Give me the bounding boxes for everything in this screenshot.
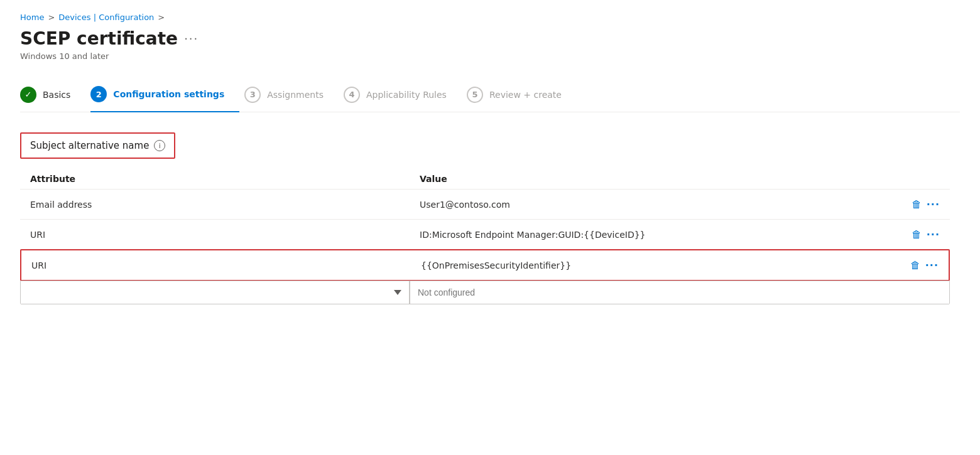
table-row: URI ID:Microsoft Endpoint Manager:GUID:{… bbox=[20, 220, 950, 250]
step-basics-circle: ✓ bbox=[20, 87, 36, 103]
step-basics-label: Basics bbox=[43, 90, 70, 100]
step-assignments-circle: 3 bbox=[244, 87, 261, 103]
breadcrumb-sep2: > bbox=[158, 13, 165, 22]
step-assignments-label: Assignments bbox=[267, 90, 324, 100]
row3-attribute: URI bbox=[31, 260, 421, 270]
page-container: Home > Devices | Configuration > SCEP ce… bbox=[0, 0, 980, 455]
step-configuration-circle: 2 bbox=[90, 86, 107, 102]
row3-actions: 🗑 ··· bbox=[898, 259, 949, 271]
step-configuration[interactable]: 2 Configuration settings bbox=[90, 78, 239, 112]
add-row: Email address URI User principal name bbox=[20, 281, 950, 304]
row2-delete-icon[interactable]: 🗑 bbox=[912, 228, 922, 240]
table-row: Email address User1@contoso.com 🗑 ··· bbox=[20, 190, 950, 220]
step-review-label: Review + create bbox=[489, 90, 562, 100]
step-basics[interactable]: ✓ Basics bbox=[20, 79, 85, 112]
breadcrumb: Home > Devices | Configuration > bbox=[20, 13, 960, 22]
section-title: Subject alternative name bbox=[30, 140, 149, 151]
step-applicability-circle: 4 bbox=[344, 87, 360, 103]
breadcrumb-sep1: > bbox=[48, 13, 55, 22]
row2-value: ID:Microsoft Endpoint Manager:GUID:{{Dev… bbox=[420, 230, 900, 240]
table-container: Attribute Value Email address User1@cont… bbox=[20, 169, 950, 304]
row1-value: User1@contoso.com bbox=[420, 200, 900, 210]
row1-more-icon[interactable]: ··· bbox=[927, 198, 940, 210]
step-configuration-label: Configuration settings bbox=[113, 89, 224, 99]
more-options-icon[interactable]: ··· bbox=[184, 32, 199, 45]
subject-alternative-name-section: Subject alternative name i bbox=[20, 132, 175, 159]
row3-delete-icon[interactable]: 🗑 bbox=[910, 259, 920, 271]
row3-more-icon[interactable]: ··· bbox=[925, 259, 939, 271]
row2-attribute: URI bbox=[30, 230, 420, 240]
info-icon[interactable]: i bbox=[154, 140, 165, 151]
step-assignments[interactable]: 3 Assignments bbox=[244, 79, 339, 112]
step-applicability[interactable]: 4 Applicability Rules bbox=[344, 79, 462, 112]
row3-value: {{OnPremisesSecurityIdentifier}} bbox=[421, 260, 898, 270]
page-title-row: SCEP certificate ··· bbox=[20, 28, 960, 49]
row1-actions: 🗑 ··· bbox=[900, 198, 950, 210]
row1-delete-icon[interactable]: 🗑 bbox=[912, 198, 922, 210]
step-review-circle: 5 bbox=[467, 87, 483, 103]
add-value-input[interactable] bbox=[410, 281, 949, 304]
col-header-attribute: Attribute bbox=[30, 174, 420, 184]
table-row-highlighted: URI {{OnPremisesSecurityIdentifier}} 🗑 ·… bbox=[20, 249, 950, 281]
page-subtitle: Windows 10 and later bbox=[20, 51, 960, 61]
row2-actions: 🗑 ··· bbox=[900, 228, 950, 240]
col-header-actions bbox=[900, 174, 950, 184]
wizard-steps: ✓ Basics 2 Configuration settings 3 Assi… bbox=[20, 78, 960, 112]
step-applicability-label: Applicability Rules bbox=[366, 90, 447, 100]
table-header: Attribute Value bbox=[20, 169, 950, 190]
step-review[interactable]: 5 Review + create bbox=[467, 79, 577, 112]
row1-attribute: Email address bbox=[30, 200, 420, 210]
page-title: SCEP certificate bbox=[20, 28, 178, 49]
col-header-value: Value bbox=[420, 174, 900, 184]
add-attribute-select[interactable]: Email address URI User principal name bbox=[21, 281, 410, 304]
row2-more-icon[interactable]: ··· bbox=[927, 228, 940, 240]
breadcrumb-devices[interactable]: Devices | Configuration bbox=[58, 13, 154, 22]
breadcrumb-home[interactable]: Home bbox=[20, 13, 44, 22]
